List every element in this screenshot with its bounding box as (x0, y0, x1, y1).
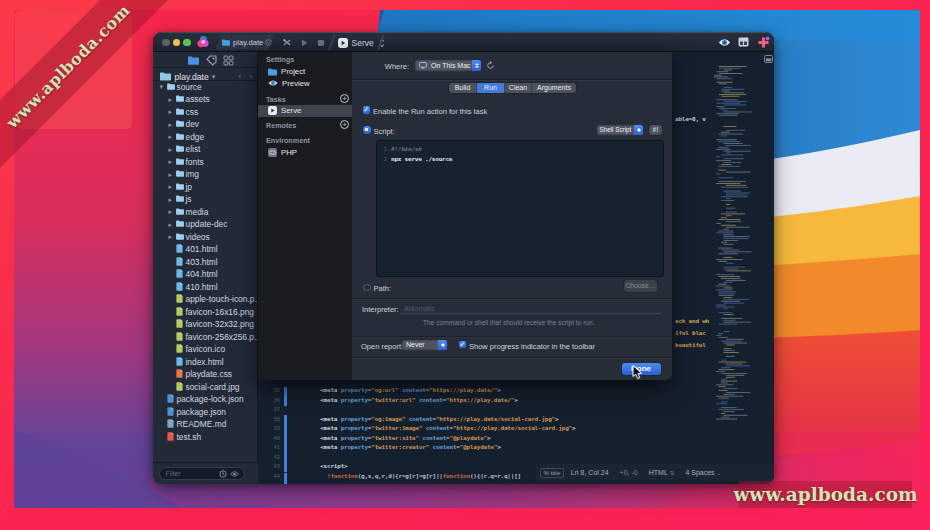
tree-chevron-icon[interactable]: ▸ (169, 208, 173, 215)
folder-icon (222, 39, 230, 46)
project-button[interactable]: play.date (216, 35, 275, 50)
tree-item-favicon-256x256-p-[interactable]: favicon-256x256.p… (153, 330, 259, 343)
progress-checkbox[interactable]: ✓ (459, 341, 467, 349)
task-selector-label[interactable]: Serve (352, 38, 374, 48)
tree-chevron-icon[interactable]: ▸ (169, 133, 173, 140)
extensions-plus-icon[interactable] (757, 36, 770, 49)
tree-item-label: elist (186, 144, 201, 154)
tree-item-label: package-lock.json (177, 394, 244, 404)
tree-chevron-icon[interactable]: ▸ (169, 183, 173, 190)
build-tools-icon[interactable] (282, 38, 292, 47)
tree-item-media[interactable]: ▸ media (153, 205, 259, 218)
eye-icon (268, 79, 278, 87)
enable-run-checkbox[interactable]: ✓ (363, 106, 371, 114)
sidebar-tab-extensions-icon[interactable] (223, 55, 234, 66)
tree-chevron-icon[interactable]: ▸ (169, 196, 173, 203)
tree-item-readme-md[interactable]: README.md (153, 418, 259, 431)
tree-item-dev[interactable]: ▸ dev (153, 118, 259, 131)
tree-item-social-card-jpg[interactable]: social-card.jpg (153, 380, 259, 393)
filter-input[interactable]: Filter (159, 467, 245, 480)
git-change-bar (284, 425, 287, 434)
language-selector[interactable]: HTML (649, 469, 668, 476)
tree-item-404-html[interactable]: 404.html (153, 268, 259, 281)
tab-arguments[interactable]: Arguments (532, 83, 576, 94)
nav-item-preview[interactable]: Preview (268, 77, 310, 89)
publish-panel-icon[interactable] (738, 37, 749, 47)
tree-item-favicon-32x32-png[interactable]: favicon-32x32.png (153, 318, 259, 331)
tab-build[interactable]: Build (449, 83, 477, 94)
tab-run[interactable]: Run (477, 83, 505, 94)
tree-chevron-icon[interactable]: ▸ (169, 233, 173, 240)
open-report-dropdown[interactable]: Never (402, 340, 447, 351)
tree-chevron-icon[interactable]: ▸ (169, 108, 173, 115)
script-type-dropdown[interactable]: Shell Script (597, 125, 644, 136)
symbol-crumb[interactable]: % title (540, 468, 564, 478)
tree-item-elist[interactable]: ▸ elist (153, 143, 259, 156)
stop-icon[interactable] (317, 39, 325, 47)
tree-item-js[interactable]: ▸ js (153, 193, 259, 206)
zoom-button[interactable] (183, 39, 191, 47)
tree-item-img[interactable]: ▸ img (153, 168, 259, 181)
refresh-icon[interactable] (486, 61, 495, 70)
shebang-button[interactable]: #! (649, 125, 662, 136)
preview-eye-icon[interactable] (718, 37, 731, 48)
tree-item-package-lock-json[interactable]: package-lock.json (153, 393, 259, 406)
tree-item-test-sh[interactable]: test.sh (153, 430, 259, 443)
tree-item-favicon-16x16-png[interactable]: favicon-16x16.png (153, 305, 259, 318)
tree-item-playdate-css[interactable]: playdate.css (153, 368, 259, 381)
indent-selector[interactable]: 4 Spaces (685, 469, 714, 476)
tree-chevron-icon[interactable]: ▸ (169, 221, 173, 228)
tree-item-source[interactable]: ▾ source (153, 80, 259, 93)
script-radio[interactable] (363, 126, 371, 134)
file-icon-json (167, 394, 174, 403)
tree-chevron-icon[interactable]: ▸ (169, 121, 173, 128)
tree-item-label: apple-touch-icon.p… (186, 294, 259, 304)
tab-clean[interactable]: Clean (505, 83, 532, 94)
minimize-button[interactable] (173, 39, 181, 47)
choose-button[interactable]: Choose… (624, 280, 657, 292)
tree-chevron-icon[interactable]: ▸ (169, 158, 173, 165)
path-radio[interactable] (363, 284, 371, 292)
tree-item-401-html[interactable]: 401.html (153, 243, 259, 256)
tree-chevron-icon[interactable]: ▾ (160, 83, 164, 90)
nav-item-php[interactable]: PHP (268, 146, 297, 158)
tree-item-package-json[interactable]: package.json (153, 405, 259, 418)
tree-item-403-html[interactable]: 403.html (153, 255, 259, 268)
interpreter-input[interactable]: Automatic (400, 302, 661, 314)
add-tasks-button[interactable]: + (340, 94, 349, 103)
code-line: <meta property="twitter:site" content="@… (293, 434, 490, 441)
script-editor-box[interactable]: 1#!/bin/sh2npx serve ./source (376, 140, 664, 277)
nav-item-serve[interactable]: Serve (268, 105, 301, 117)
where-dropdown[interactable]: On This Mac (415, 60, 481, 72)
tree-item-jp[interactable]: ▸ jp (153, 180, 259, 193)
tree-item-assets[interactable]: ▸ assets (153, 93, 259, 106)
recent-clock-icon[interactable] (219, 470, 227, 478)
tab-segmented-control[interactable]: BuildRunCleanArguments (449, 83, 576, 94)
tree-chevron-icon[interactable]: ▸ (169, 96, 173, 103)
run-icon[interactable] (300, 39, 308, 47)
editor-options-icon[interactable] (764, 55, 773, 63)
tree-item-edge[interactable]: ▸ edge (153, 130, 259, 143)
visibility-eye-icon[interactable] (230, 470, 239, 478)
folder-icon (176, 195, 184, 202)
line-number: 37 (260, 405, 280, 412)
sidebar-tab-clips-icon[interactable] (206, 55, 217, 66)
folder-icon (176, 145, 184, 152)
line-number: 44 (260, 472, 280, 479)
tree-item-favicon-ico[interactable]: favicon.ico (153, 343, 259, 356)
tree-chevron-icon[interactable]: ▸ (169, 171, 173, 178)
tree-chevron-icon[interactable]: ▸ (169, 146, 173, 153)
tree-item-css[interactable]: ▸ css (153, 105, 259, 118)
minimap[interactable] (711, 64, 773, 454)
tree-item-update-dec[interactable]: ▸ update-dec (153, 218, 259, 231)
tree-item-fonts[interactable]: ▸ fonts (153, 155, 259, 168)
add-remotes-button[interactable]: + (340, 120, 349, 129)
titlebar[interactable]: play.date Serve (153, 32, 774, 52)
tree-item-410-html[interactable]: 410.html (153, 280, 259, 293)
nav-item-project[interactable]: Project (268, 66, 305, 78)
tree-item-videos[interactable]: ▸ videos (153, 230, 259, 243)
tree-item-apple-touch-icon-p-[interactable]: apple-touch-icon.p… (153, 293, 259, 306)
tree-item-index-html[interactable]: index.html (153, 355, 259, 368)
close-button[interactable] (162, 39, 170, 47)
sidebar-tab-files-icon[interactable] (188, 56, 199, 65)
